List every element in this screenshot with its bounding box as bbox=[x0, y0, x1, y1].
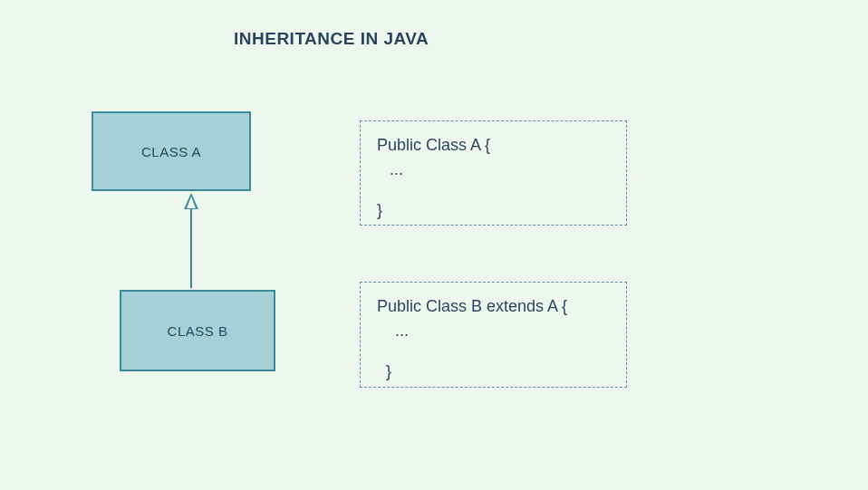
code-b-line2: ... bbox=[377, 318, 610, 344]
code-box-class-a: Public Class A { ... } bbox=[360, 120, 627, 226]
code-a-line3: } bbox=[377, 197, 610, 224]
code-box-class-b: Public Class B extends A { ... } bbox=[360, 282, 627, 388]
inheritance-arrow-head-icon bbox=[184, 193, 198, 209]
code-b-line3: } bbox=[377, 359, 610, 385]
class-b-label: CLASS B bbox=[168, 323, 228, 339]
class-a-label: CLASS A bbox=[141, 144, 201, 159]
class-a-box: CLASS A bbox=[92, 111, 251, 191]
diagram-title: INHERITANCE IN JAVA bbox=[234, 29, 429, 49]
code-b-line1: Public Class B extends A { bbox=[377, 293, 610, 320]
code-a-line2: ... bbox=[377, 157, 610, 183]
code-a-line1: Public Class A { bbox=[377, 132, 610, 159]
class-b-box: CLASS B bbox=[120, 290, 275, 371]
inheritance-arrow-line bbox=[190, 208, 192, 288]
